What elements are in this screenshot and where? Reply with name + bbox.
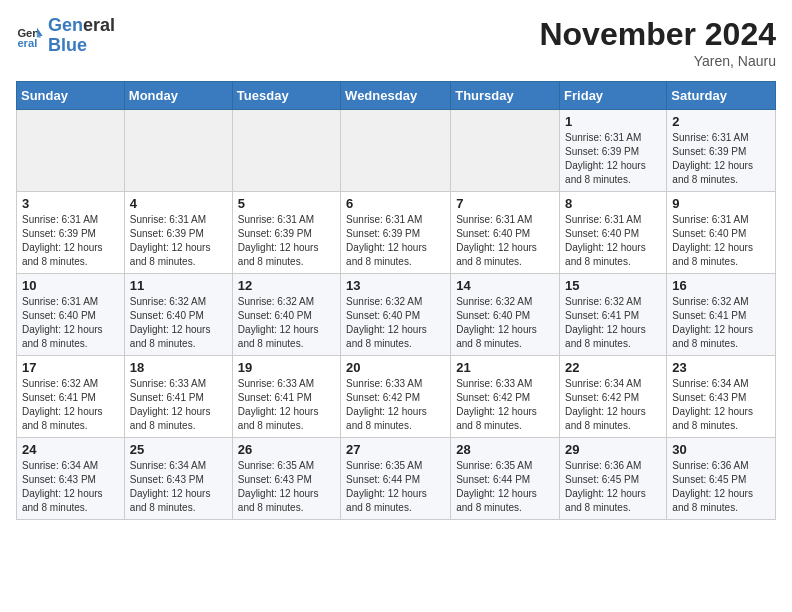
day-number: 8 — [565, 196, 661, 211]
day-number: 13 — [346, 278, 445, 293]
day-number: 3 — [22, 196, 119, 211]
weekday-header-tuesday: Tuesday — [232, 82, 340, 110]
day-number: 1 — [565, 114, 661, 129]
day-number: 2 — [672, 114, 770, 129]
calendar-week-4: 17Sunrise: 6:32 AM Sunset: 6:41 PM Dayli… — [17, 356, 776, 438]
day-detail: Sunrise: 6:31 AM Sunset: 6:39 PM Dayligh… — [672, 131, 770, 187]
calendar-cell: 9Sunrise: 6:31 AM Sunset: 6:40 PM Daylig… — [667, 192, 776, 274]
day-detail: Sunrise: 6:32 AM Sunset: 6:40 PM Dayligh… — [346, 295, 445, 351]
calendar-cell: 26Sunrise: 6:35 AM Sunset: 6:43 PM Dayli… — [232, 438, 340, 520]
calendar-cell: 18Sunrise: 6:33 AM Sunset: 6:41 PM Dayli… — [124, 356, 232, 438]
calendar-cell: 11Sunrise: 6:32 AM Sunset: 6:40 PM Dayli… — [124, 274, 232, 356]
weekday-header-wednesday: Wednesday — [341, 82, 451, 110]
calendar-header: SundayMondayTuesdayWednesdayThursdayFrid… — [17, 82, 776, 110]
day-detail: Sunrise: 6:31 AM Sunset: 6:40 PM Dayligh… — [22, 295, 119, 351]
calendar-cell: 2Sunrise: 6:31 AM Sunset: 6:39 PM Daylig… — [667, 110, 776, 192]
day-detail: Sunrise: 6:35 AM Sunset: 6:43 PM Dayligh… — [238, 459, 335, 515]
day-detail: Sunrise: 6:32 AM Sunset: 6:41 PM Dayligh… — [565, 295, 661, 351]
calendar-cell: 7Sunrise: 6:31 AM Sunset: 6:40 PM Daylig… — [451, 192, 560, 274]
calendar-cell: 5Sunrise: 6:31 AM Sunset: 6:39 PM Daylig… — [232, 192, 340, 274]
day-detail: Sunrise: 6:31 AM Sunset: 6:39 PM Dayligh… — [238, 213, 335, 269]
day-number: 9 — [672, 196, 770, 211]
calendar-cell: 27Sunrise: 6:35 AM Sunset: 6:44 PM Dayli… — [341, 438, 451, 520]
weekday-header-thursday: Thursday — [451, 82, 560, 110]
calendar-cell: 21Sunrise: 6:33 AM Sunset: 6:42 PM Dayli… — [451, 356, 560, 438]
calendar-cell: 30Sunrise: 6:36 AM Sunset: 6:45 PM Dayli… — [667, 438, 776, 520]
weekday-row: SundayMondayTuesdayWednesdayThursdayFrid… — [17, 82, 776, 110]
day-detail: Sunrise: 6:36 AM Sunset: 6:45 PM Dayligh… — [565, 459, 661, 515]
day-detail: Sunrise: 6:32 AM Sunset: 6:40 PM Dayligh… — [130, 295, 227, 351]
day-number: 26 — [238, 442, 335, 457]
svg-text:eral: eral — [17, 37, 37, 49]
calendar-cell — [341, 110, 451, 192]
day-number: 18 — [130, 360, 227, 375]
day-number: 19 — [238, 360, 335, 375]
calendar-table: SundayMondayTuesdayWednesdayThursdayFrid… — [16, 81, 776, 520]
calendar-cell: 3Sunrise: 6:31 AM Sunset: 6:39 PM Daylig… — [17, 192, 125, 274]
day-detail: Sunrise: 6:32 AM Sunset: 6:41 PM Dayligh… — [672, 295, 770, 351]
day-detail: Sunrise: 6:34 AM Sunset: 6:42 PM Dayligh… — [565, 377, 661, 433]
calendar-week-5: 24Sunrise: 6:34 AM Sunset: 6:43 PM Dayli… — [17, 438, 776, 520]
weekday-header-monday: Monday — [124, 82, 232, 110]
day-number: 16 — [672, 278, 770, 293]
day-detail: Sunrise: 6:31 AM Sunset: 6:40 PM Dayligh… — [456, 213, 554, 269]
calendar-cell: 12Sunrise: 6:32 AM Sunset: 6:40 PM Dayli… — [232, 274, 340, 356]
day-detail: Sunrise: 6:33 AM Sunset: 6:42 PM Dayligh… — [346, 377, 445, 433]
calendar-cell: 25Sunrise: 6:34 AM Sunset: 6:43 PM Dayli… — [124, 438, 232, 520]
month-title: November 2024 — [539, 16, 776, 53]
day-number: 28 — [456, 442, 554, 457]
calendar-cell: 8Sunrise: 6:31 AM Sunset: 6:40 PM Daylig… — [560, 192, 667, 274]
calendar-week-2: 3Sunrise: 6:31 AM Sunset: 6:39 PM Daylig… — [17, 192, 776, 274]
calendar-cell — [17, 110, 125, 192]
weekday-header-friday: Friday — [560, 82, 667, 110]
day-number: 25 — [130, 442, 227, 457]
day-number: 17 — [22, 360, 119, 375]
day-detail: Sunrise: 6:32 AM Sunset: 6:41 PM Dayligh… — [22, 377, 119, 433]
calendar-cell: 1Sunrise: 6:31 AM Sunset: 6:39 PM Daylig… — [560, 110, 667, 192]
calendar-cell: 4Sunrise: 6:31 AM Sunset: 6:39 PM Daylig… — [124, 192, 232, 274]
day-detail: Sunrise: 6:31 AM Sunset: 6:39 PM Dayligh… — [565, 131, 661, 187]
day-detail: Sunrise: 6:31 AM Sunset: 6:39 PM Dayligh… — [22, 213, 119, 269]
day-number: 4 — [130, 196, 227, 211]
calendar-cell: 17Sunrise: 6:32 AM Sunset: 6:41 PM Dayli… — [17, 356, 125, 438]
day-number: 7 — [456, 196, 554, 211]
day-number: 21 — [456, 360, 554, 375]
day-detail: Sunrise: 6:35 AM Sunset: 6:44 PM Dayligh… — [456, 459, 554, 515]
calendar-cell: 28Sunrise: 6:35 AM Sunset: 6:44 PM Dayli… — [451, 438, 560, 520]
day-number: 27 — [346, 442, 445, 457]
logo-icon: Gen eral — [16, 22, 44, 50]
day-detail: Sunrise: 6:32 AM Sunset: 6:40 PM Dayligh… — [456, 295, 554, 351]
calendar-cell: 19Sunrise: 6:33 AM Sunset: 6:41 PM Dayli… — [232, 356, 340, 438]
day-detail: Sunrise: 6:36 AM Sunset: 6:45 PM Dayligh… — [672, 459, 770, 515]
calendar-cell: 29Sunrise: 6:36 AM Sunset: 6:45 PM Dayli… — [560, 438, 667, 520]
day-number: 20 — [346, 360, 445, 375]
day-detail: Sunrise: 6:33 AM Sunset: 6:42 PM Dayligh… — [456, 377, 554, 433]
calendar-cell: 23Sunrise: 6:34 AM Sunset: 6:43 PM Dayli… — [667, 356, 776, 438]
logo: Gen eral GeneralBlue — [16, 16, 115, 56]
page-header: Gen eral GeneralBlue November 2024 Yaren… — [16, 16, 776, 69]
day-detail: Sunrise: 6:34 AM Sunset: 6:43 PM Dayligh… — [130, 459, 227, 515]
day-number: 10 — [22, 278, 119, 293]
day-number: 29 — [565, 442, 661, 457]
calendar-cell: 24Sunrise: 6:34 AM Sunset: 6:43 PM Dayli… — [17, 438, 125, 520]
weekday-header-saturday: Saturday — [667, 82, 776, 110]
day-number: 12 — [238, 278, 335, 293]
day-detail: Sunrise: 6:31 AM Sunset: 6:40 PM Dayligh… — [672, 213, 770, 269]
day-number: 22 — [565, 360, 661, 375]
calendar-body: 1Sunrise: 6:31 AM Sunset: 6:39 PM Daylig… — [17, 110, 776, 520]
title-block: November 2024 Yaren, Nauru — [539, 16, 776, 69]
calendar-cell: 14Sunrise: 6:32 AM Sunset: 6:40 PM Dayli… — [451, 274, 560, 356]
logo-text: GeneralBlue — [48, 16, 115, 56]
weekday-header-sunday: Sunday — [17, 82, 125, 110]
day-number: 24 — [22, 442, 119, 457]
calendar-cell: 20Sunrise: 6:33 AM Sunset: 6:42 PM Dayli… — [341, 356, 451, 438]
day-number: 30 — [672, 442, 770, 457]
day-detail: Sunrise: 6:34 AM Sunset: 6:43 PM Dayligh… — [22, 459, 119, 515]
calendar-cell: 15Sunrise: 6:32 AM Sunset: 6:41 PM Dayli… — [560, 274, 667, 356]
calendar-cell — [451, 110, 560, 192]
day-number: 15 — [565, 278, 661, 293]
calendar-cell: 6Sunrise: 6:31 AM Sunset: 6:39 PM Daylig… — [341, 192, 451, 274]
calendar-cell: 13Sunrise: 6:32 AM Sunset: 6:40 PM Dayli… — [341, 274, 451, 356]
calendar-cell — [232, 110, 340, 192]
day-number: 14 — [456, 278, 554, 293]
